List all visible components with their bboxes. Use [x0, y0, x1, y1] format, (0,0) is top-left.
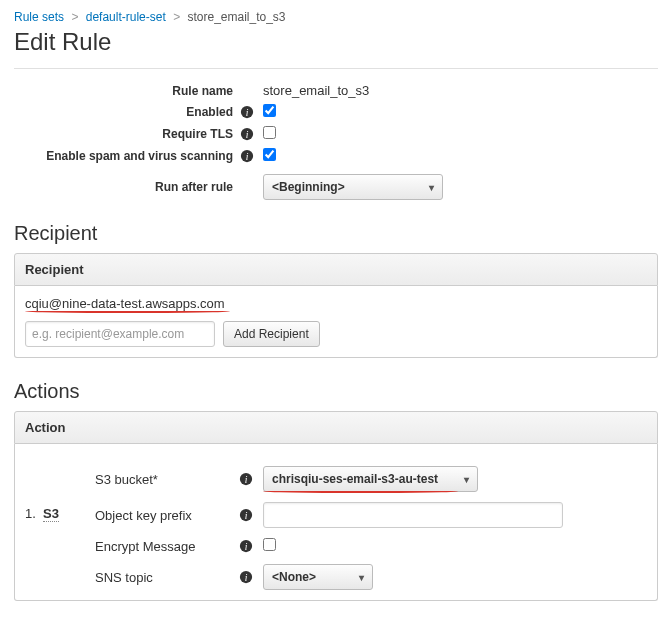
page-title: Edit Rule	[14, 28, 658, 56]
annotation-underline	[25, 310, 230, 313]
require-tls-checkbox[interactable]	[263, 126, 276, 139]
recipient-text: cqiu@nine-data-test.awsapps.com	[25, 296, 225, 311]
info-icon[interactable]: i	[235, 570, 257, 584]
divider	[14, 68, 658, 69]
recipient-panel-header: Recipient	[14, 253, 658, 286]
actions-section-title: Actions	[14, 380, 658, 403]
action-type: S3	[43, 506, 59, 522]
chevron-right-icon: >	[71, 10, 78, 24]
encrypt-checkbox[interactable]	[263, 538, 276, 551]
breadcrumb: Rule sets > default-rule-set > store_ema…	[14, 10, 658, 24]
sns-label: SNS topic	[95, 570, 235, 585]
s3-bucket-label: S3 bucket*	[95, 472, 235, 487]
chevron-down-icon: ▾	[359, 572, 364, 583]
run-after-select[interactable]: <Beginning> ▾	[263, 174, 443, 200]
run-after-label: Run after rule	[14, 180, 239, 194]
encrypt-label: Encrypt Message	[95, 539, 235, 554]
breadcrumb-current: store_email_to_s3	[187, 10, 285, 24]
chevron-down-icon: ▾	[429, 182, 434, 193]
action-number: 1.	[25, 506, 36, 521]
require-tls-label: Require TLS	[14, 127, 239, 141]
rule-settings: Rule name store_email_to_s3 Enabled i Re…	[14, 83, 658, 200]
recipient-section-title: Recipient	[14, 222, 658, 245]
s3-bucket-select[interactable]: chrisqiu-ses-email-s3-au-test ▾	[263, 466, 478, 492]
info-icon[interactable]: i	[239, 105, 255, 119]
svg-text:i: i	[246, 151, 249, 162]
recipient-value: cqiu@nine-data-test.awsapps.com	[25, 296, 647, 311]
action-panel-header: Action	[14, 411, 658, 444]
enabled-label: Enabled	[14, 105, 239, 119]
action-panel-body: 1. S3 S3 bucket* i chrisqiu-ses-email-s3…	[14, 444, 658, 601]
breadcrumb-default-rule-set[interactable]: default-rule-set	[86, 10, 166, 24]
svg-text:i: i	[245, 572, 248, 583]
run-after-value: <Beginning>	[272, 180, 345, 194]
recipient-input[interactable]	[25, 321, 215, 347]
action-index: 1. S3	[25, 466, 95, 594]
svg-text:i: i	[245, 474, 248, 485]
info-icon[interactable]: i	[239, 149, 255, 163]
prefix-input[interactable]	[263, 502, 563, 528]
prefix-label: Object key prefix	[95, 508, 235, 523]
add-recipient-button[interactable]: Add Recipient	[223, 321, 320, 347]
svg-text:i: i	[245, 541, 248, 552]
annotation-underline	[263, 490, 458, 493]
scan-label: Enable spam and virus scanning	[14, 149, 239, 163]
info-icon[interactable]: i	[235, 472, 257, 486]
scan-checkbox[interactable]	[263, 148, 276, 161]
chevron-down-icon: ▾	[464, 474, 469, 485]
info-icon[interactable]: i	[235, 508, 257, 522]
sns-topic-select[interactable]: <None> ▾	[263, 564, 373, 590]
enabled-checkbox[interactable]	[263, 104, 276, 117]
s3-bucket-value: chrisqiu-ses-email-s3-au-test	[272, 472, 438, 486]
info-icon[interactable]: i	[235, 539, 257, 553]
info-icon[interactable]: i	[239, 127, 255, 141]
chevron-right-icon: >	[173, 10, 180, 24]
svg-text:i: i	[245, 510, 248, 521]
sns-topic-value: <None>	[272, 570, 316, 584]
recipient-panel-body: cqiu@nine-data-test.awsapps.com Add Reci…	[14, 286, 658, 358]
breadcrumb-rule-sets[interactable]: Rule sets	[14, 10, 64, 24]
rule-name-label: Rule name	[14, 84, 239, 98]
svg-text:i: i	[246, 129, 249, 140]
rule-name-value: store_email_to_s3	[255, 83, 369, 98]
svg-text:i: i	[246, 107, 249, 118]
